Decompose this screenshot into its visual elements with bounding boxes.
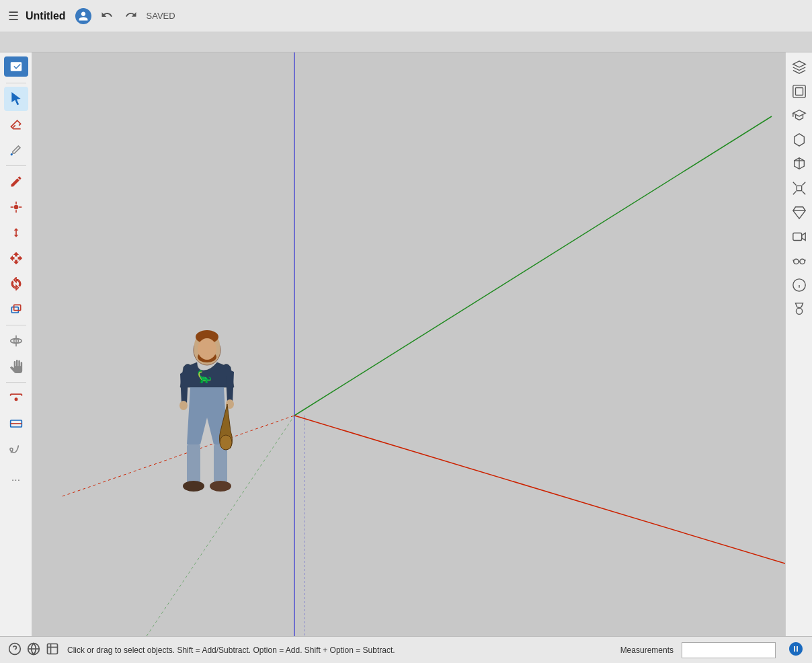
svg-line-43 — [802, 182, 805, 186]
svg-line-52 — [805, 260, 805, 262]
main-content: … — [0, 52, 812, 636]
svg-point-32 — [183, 481, 204, 492]
svg-line-42 — [793, 182, 796, 186]
subtoolbar — [0, 32, 812, 52]
paint-bucket-tool[interactable] — [4, 138, 28, 162]
move-tool[interactable] — [4, 246, 28, 270]
gem-button[interactable] — [788, 202, 810, 223]
svg-rect-47 — [793, 233, 801, 241]
front-view-button[interactable] — [788, 81, 810, 102]
svg-text:🦕: 🦕 — [197, 369, 212, 384]
svg-rect-31 — [214, 444, 227, 485]
select-tool[interactable] — [4, 87, 28, 111]
hex-solid-button[interactable] — [788, 129, 810, 151]
human-figure: 🦕 — [167, 310, 247, 512]
dimension-tool[interactable] — [4, 386, 28, 410]
status-text: Click or drag to select objects. Shift =… — [67, 646, 612, 655]
svg-line-45 — [802, 192, 805, 195]
toolbar-separator-2 — [6, 165, 26, 166]
cube-small-button[interactable] — [788, 153, 810, 175]
svg-point-49 — [799, 259, 804, 264]
svg-rect-5 — [11, 307, 18, 313]
freehand-tool[interactable] — [4, 437, 28, 461]
svg-line-51 — [793, 260, 793, 262]
svg-line-44 — [793, 192, 796, 195]
pan-tool[interactable] — [4, 354, 28, 379]
cursor-icon — [46, 642, 59, 658]
titlebar: ☰ Untitled SAVED — [0, 0, 812, 32]
help-button[interactable] — [8, 642, 22, 658]
globe-button[interactable] — [27, 642, 40, 658]
sketchup-logo — [788, 641, 804, 660]
section-plane-tool[interactable] — [4, 412, 28, 436]
svg-point-26 — [198, 338, 216, 360]
statusbar: Click or drag to select objects. Shift =… — [0, 636, 812, 663]
svg-line-17 — [294, 116, 772, 416]
svg-rect-35 — [793, 85, 805, 98]
toolbar-separator-3 — [6, 325, 26, 325]
toolbar-separator-1 — [6, 83, 26, 83]
glasses-button[interactable] — [788, 250, 810, 272]
orbit-tool[interactable] — [4, 329, 28, 353]
svg-rect-36 — [795, 88, 803, 95]
right-toolbar — [785, 52, 812, 636]
svg-point-48 — [793, 259, 798, 264]
extension-panel-button[interactable] — [4, 56, 28, 77]
svg-rect-61 — [48, 644, 58, 654]
svg-rect-30 — [187, 444, 200, 485]
user-avatar[interactable] — [75, 8, 91, 24]
svg-point-33 — [210, 481, 231, 492]
tape-measure-tool[interactable] — [4, 195, 28, 219]
svg-point-0 — [14, 206, 17, 209]
3d-viewport[interactable]: 🦕 — [32, 52, 785, 636]
back-view-button[interactable] — [788, 105, 810, 126]
scene-svg — [32, 52, 785, 636]
more-tools-button[interactable]: … — [4, 465, 28, 490]
svg-marker-38 — [794, 134, 804, 146]
svg-point-34 — [220, 435, 232, 450]
status-icons — [8, 642, 59, 658]
svg-point-13 — [14, 397, 17, 401]
measurements-label: Measurements — [620, 646, 674, 655]
eraser-tool[interactable] — [4, 112, 28, 136]
toolbar-separator-4 — [6, 382, 26, 383]
push-pull-tool[interactable] — [4, 221, 28, 245]
document-title: Untitled — [26, 10, 66, 22]
scale-tool[interactable] — [4, 297, 28, 321]
left-toolbar: … — [0, 52, 32, 636]
info-button[interactable] — [788, 274, 810, 296]
menu-icon[interactable]: ☰ — [8, 9, 19, 24]
3d-view-button[interactable] — [788, 56, 810, 78]
rotate-tool[interactable] — [4, 272, 28, 296]
svg-line-18 — [294, 416, 785, 563]
line-tool[interactable] — [4, 169, 28, 194]
measurements-input[interactable] — [682, 642, 776, 658]
redo-button[interactable] — [122, 7, 140, 25]
video-button[interactable] — [788, 226, 810, 247]
svg-rect-41 — [797, 186, 801, 190]
explode-button[interactable] — [788, 178, 810, 199]
saved-badge: SAVED — [147, 11, 175, 21]
undo-button[interactable] — [98, 7, 116, 25]
svg-point-28 — [179, 401, 188, 410]
svg-point-56 — [796, 308, 802, 314]
medal-button[interactable] — [788, 299, 810, 320]
